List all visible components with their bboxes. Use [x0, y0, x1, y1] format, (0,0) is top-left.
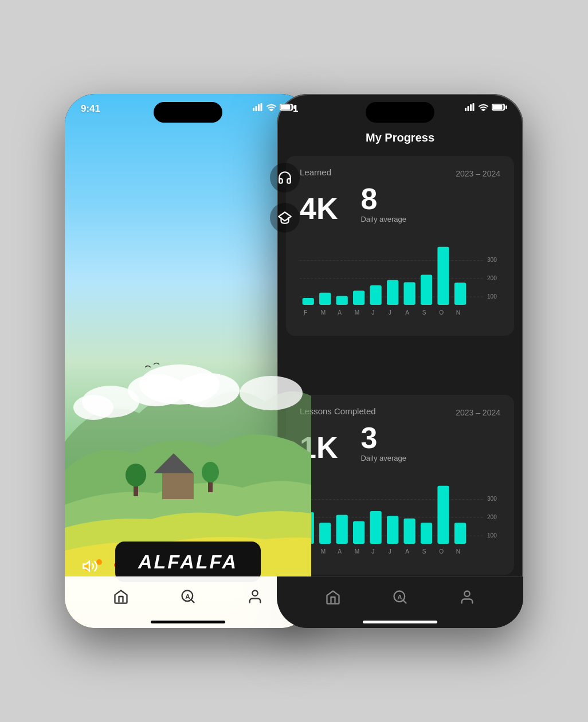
nav-profile-2[interactable]: [459, 589, 475, 605]
svg-text:A: A: [405, 548, 409, 555]
lessons-daily-label: Daily average: [360, 454, 406, 462]
svg-point-5: [202, 462, 219, 482]
svg-text:100: 100: [487, 293, 497, 300]
svg-point-16: [177, 373, 240, 407]
status-time: 9:41: [81, 103, 100, 115]
svg-point-19: [240, 376, 303, 410]
phone1: 9:41: [65, 94, 311, 628]
svg-rect-36: [470, 104, 472, 111]
svg-text:M: M: [355, 548, 359, 555]
svg-rect-50: [319, 293, 331, 305]
dynamic-island-2: [366, 102, 434, 123]
lessons-chart: 100 200 300 F M A: [300, 472, 500, 563]
graduation-button[interactable]: [270, 203, 300, 233]
svg-text:300: 300: [487, 257, 497, 263]
svg-rect-51: [336, 296, 348, 305]
home-indicator-2: [363, 621, 437, 623]
speaker-button[interactable]: [82, 558, 98, 578]
svg-text:M: M: [355, 309, 359, 316]
lessons-year: 2023 – 2024: [456, 408, 500, 417]
svg-rect-82: [421, 523, 432, 544]
nav-home-2[interactable]: [325, 589, 341, 605]
svg-rect-52: [353, 291, 364, 305]
nav-search[interactable]: A: [180, 588, 196, 605]
svg-text:100: 100: [487, 532, 497, 539]
svg-text:J: J: [389, 309, 391, 316]
status-icons-2: [465, 103, 507, 111]
graduation-icon: [277, 210, 292, 225]
status-time-2: 1: [293, 103, 298, 115]
svg-rect-42: [493, 105, 503, 110]
learned-year: 2023 – 2024: [456, 169, 500, 178]
learned-daily-num: 8: [360, 184, 406, 214]
learned-chart-svg: 100 200 300 F M: [300, 233, 500, 324]
svg-point-38: [483, 110, 484, 111]
dynamic-island: [154, 102, 222, 123]
svg-point-18: [73, 395, 113, 420]
svg-text:N: N: [456, 548, 460, 555]
headphone-button[interactable]: [270, 163, 300, 193]
svg-rect-83: [437, 486, 449, 544]
svg-text:A: A: [338, 548, 342, 555]
svg-line-96: [403, 600, 406, 603]
page-title: My Progress: [366, 131, 434, 144]
svg-point-24: [271, 110, 272, 111]
svg-text:M: M: [321, 309, 326, 316]
svg-rect-20: [253, 108, 254, 111]
profile-nav-icon: [247, 588, 263, 605]
wifi-icon-2: [479, 104, 488, 111]
svg-rect-76: [319, 523, 331, 544]
learned-chart: 100 200 300 F M: [300, 233, 500, 324]
svg-line-31: [191, 599, 194, 602]
home-indicator: [151, 621, 225, 623]
svg-rect-78: [353, 521, 364, 544]
svg-text:A: A: [397, 592, 402, 600]
nav-profile[interactable]: [247, 588, 263, 605]
nav-search-2[interactable]: A: [392, 589, 408, 605]
svg-rect-56: [421, 275, 432, 305]
search-nav-icon: A: [180, 588, 196, 605]
svg-point-33: [252, 591, 257, 596]
svg-text:J: J: [389, 548, 391, 555]
svg-rect-57: [437, 247, 449, 305]
svg-rect-37: [473, 103, 475, 111]
svg-point-98: [464, 591, 469, 596]
svg-rect-40: [505, 105, 507, 109]
svg-rect-23: [261, 103, 262, 111]
svg-text:M: M: [321, 548, 326, 555]
svg-text:J: J: [371, 309, 374, 316]
home-nav-icon-2: [325, 589, 341, 605]
lessons-stats: 1K 3 Daily average: [300, 423, 500, 462]
svg-rect-0: [162, 473, 194, 499]
learned-stats: 4K 8 Daily average: [300, 184, 500, 223]
battery-icon-2: [492, 103, 507, 111]
svg-text:O: O: [439, 548, 444, 555]
learned-label: Learned: [300, 167, 331, 177]
signal-icon-2: [465, 103, 475, 111]
svg-rect-81: [403, 519, 415, 544]
svg-rect-77: [336, 515, 348, 544]
svg-text:200: 200: [487, 514, 497, 520]
svg-rect-35: [468, 106, 469, 111]
home-nav-icon: [113, 588, 129, 605]
svg-text:A: A: [338, 309, 342, 316]
svg-text:F: F: [304, 309, 307, 316]
progress-header: My Progress: [277, 131, 523, 144]
scene: 9:41: [0, 0, 588, 722]
svg-rect-55: [403, 282, 415, 305]
svg-rect-49: [303, 298, 314, 305]
svg-marker-29: [83, 562, 89, 571]
headphone-icon: [277, 170, 292, 185]
svg-text:A: A: [405, 309, 409, 316]
learned-section: Learned 2023 – 2024 4K 8 Daily average 1…: [286, 156, 514, 336]
svg-text:S: S: [422, 309, 426, 316]
phone2: 1: [277, 94, 523, 628]
svg-rect-34: [465, 108, 467, 111]
svg-rect-21: [256, 106, 257, 111]
wifi-icon: [266, 104, 276, 111]
lessons-chart-svg: 100 200 300 F M A: [300, 472, 500, 563]
speaker-icon: [82, 558, 98, 574]
learned-daily-label: Daily average: [360, 215, 406, 223]
svg-text:300: 300: [487, 496, 497, 502]
nav-home[interactable]: [113, 588, 129, 605]
